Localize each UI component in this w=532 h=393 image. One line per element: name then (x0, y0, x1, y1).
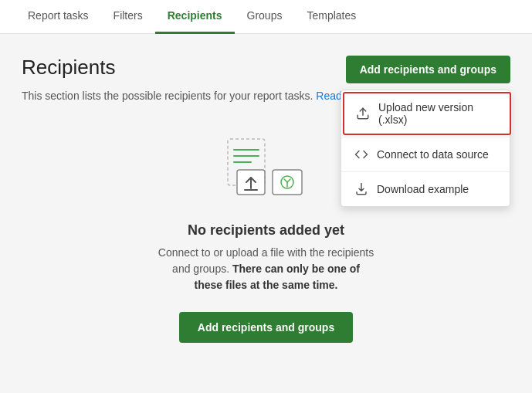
nav-templates[interactable]: Templates (294, 0, 368, 34)
header-right: Add recipients and groups Upload new ver… (346, 56, 510, 83)
download-example-button[interactable]: Download example (341, 172, 510, 206)
upload-button[interactable]: Upload new version (.xlsx) (343, 92, 511, 135)
empty-illustration (220, 133, 313, 210)
empty-title: No recipients added yet (188, 222, 344, 239)
nav-bar: Report tasks Filters Recipients Groups T… (0, 0, 532, 34)
download-label: Download example (377, 183, 469, 195)
dropdown-menu: Upload new version (.xlsx) Connect to da… (341, 90, 510, 207)
nav-recipients[interactable]: Recipients (155, 0, 235, 34)
download-icon (354, 181, 369, 197)
nav-report-tasks[interactable]: Report tasks (15, 0, 101, 34)
page-title: Recipients (22, 56, 115, 80)
empty-description: Connect to or upload a file with the rec… (158, 245, 374, 293)
connect-label: Connect to data source (377, 148, 489, 161)
connect-datasource-button[interactable]: Connect to data source (341, 137, 510, 171)
description-text: This section lists the possible recipien… (22, 90, 313, 102)
page-header: Recipients Add recipients and groups Upl… (22, 56, 510, 83)
main-content: Recipients Add recipients and groups Upl… (0, 34, 532, 393)
upload-label: Upload new version (.xlsx) (378, 101, 499, 126)
upload-icon (355, 106, 371, 121)
add-recipients-button[interactable]: Add recipients and groups (346, 56, 510, 83)
nav-groups[interactable]: Groups (235, 0, 295, 34)
empty-add-button[interactable]: Add recipients and groups (179, 312, 353, 343)
code-icon (354, 147, 369, 162)
nav-filters[interactable]: Filters (101, 0, 155, 34)
